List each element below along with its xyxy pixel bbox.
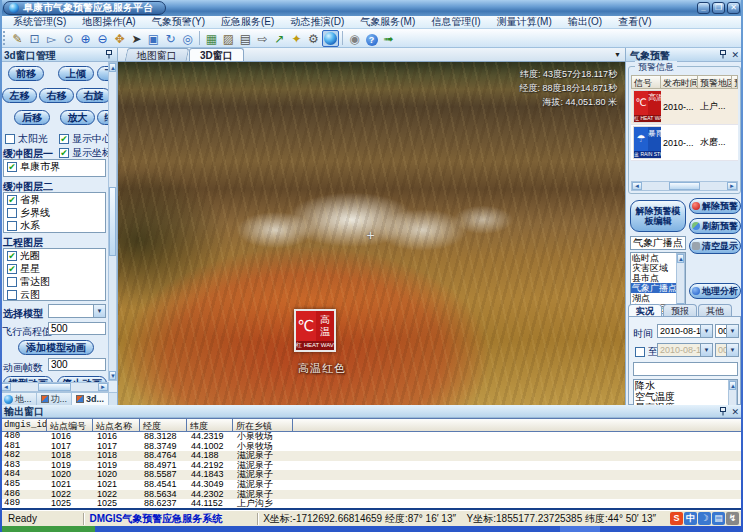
element-list-vscrollbar[interactable]: ▲ ▼ xyxy=(728,380,737,405)
table-row[interactable]: 480 1016 1016 88.3128 44.2319 小泉牧场 xyxy=(0,432,743,442)
element-list[interactable]: 降水 空气温度 最高温度 最低温度 地表温度 ▲ ▼ xyxy=(633,379,738,405)
scroll-left-arrow[interactable]: ◄ xyxy=(632,182,642,190)
left-panel-vscrollbar[interactable]: ▲ ▼ xyxy=(108,62,117,381)
warning-row-rain[interactable]: ☂暴雨 蓝 RAIN STORM 2010-... 水磨... xyxy=(631,125,738,161)
measure-icon[interactable]: ✎ xyxy=(9,30,26,47)
list-item[interactable]: ✔省界 xyxy=(4,193,105,206)
sogou-icon[interactable]: S xyxy=(670,512,683,525)
move-back-button[interactable]: 后移 xyxy=(14,110,50,125)
toolbar-grip[interactable] xyxy=(3,31,6,45)
chevron-down-icon[interactable]: ▼ xyxy=(93,305,105,317)
help-icon[interactable]: ? xyxy=(363,30,380,47)
tab-3d-window[interactable]: 3D窗口 xyxy=(189,48,244,61)
select-model-combo[interactable]: ▼ xyxy=(48,304,106,318)
column-header[interactable]: 经度 xyxy=(140,418,187,432)
frame-count-input[interactable] xyxy=(48,358,106,371)
rotate-right-button[interactable]: 右旋 xyxy=(76,88,111,103)
geo-analysis-button[interactable]: 地理分析 xyxy=(689,283,741,299)
pointer-icon[interactable]: ➤ xyxy=(128,30,145,47)
tab-functions[interactable]: 功... xyxy=(37,393,73,405)
scroll-up-arrow[interactable]: ▲ xyxy=(109,63,116,72)
zoom-in-3d-button[interactable]: 放大 xyxy=(60,110,95,125)
exit-icon[interactable]: ➟ xyxy=(380,30,397,47)
dismiss-warning-template-button[interactable]: 解除预警模板编辑 xyxy=(630,200,686,232)
identify-icon[interactable]: ◎ xyxy=(179,30,196,47)
date-combo[interactable]: 2010-08-13 ▼ xyxy=(657,324,713,338)
close-button[interactable]: ✕ xyxy=(727,2,740,14)
chevron-down-icon[interactable]: ▼ xyxy=(700,325,712,337)
export-icon[interactable]: ⇨ xyxy=(254,30,271,47)
zoom-out-icon[interactable]: ⊖ xyxy=(94,30,111,47)
pin-icon[interactable] xyxy=(719,50,727,61)
scroll-thumb[interactable] xyxy=(669,182,701,190)
sunlight-checkbox[interactable]: 太阳光 xyxy=(3,132,48,146)
column-header[interactable]: 纬度 xyxy=(187,418,233,432)
magnifier-icon[interactable]: ⊙ xyxy=(60,30,77,47)
keyboard-icon[interactable]: ▤ xyxy=(712,512,725,525)
column-header[interactable]: dmgis_id xyxy=(0,418,47,432)
list-item[interactable]: 雷达图 xyxy=(4,275,105,288)
tilt-up-button[interactable]: 上倾 xyxy=(58,66,94,81)
map-3d-viewport[interactable]: 纬度: 43度57分18.117秒 经度: 88度18分14.871秒 海拔: … xyxy=(118,62,625,405)
heat-wave-warning-marker[interactable]: ℃ 高温 红 HEAT WAVE xyxy=(294,309,336,352)
menu-measure[interactable]: 测量计算(M) xyxy=(490,15,559,29)
zoom-in-icon[interactable]: ⊕ xyxy=(77,30,94,47)
minimize-button[interactable]: _ xyxy=(697,2,710,14)
restore-button[interactable]: ❐ xyxy=(712,2,725,14)
chevron-down-icon[interactable]: ▼ xyxy=(726,325,738,337)
pin-icon[interactable] xyxy=(719,407,727,418)
table-row[interactable]: 486 1022 1022 88.5634 44.2302 滋泥泉子 xyxy=(0,490,743,500)
show-center-checkbox[interactable]: ✔显示中心 xyxy=(57,132,112,146)
tools-icon[interactable]: ↯ xyxy=(726,512,739,525)
fly-height-input[interactable] xyxy=(48,322,106,335)
table-row[interactable]: 483 1019 1019 88.4971 44.2192 滋泥泉子 xyxy=(0,461,743,471)
warning-table-hscrollbar[interactable]: ◄ ► xyxy=(631,181,738,191)
chinese-input-icon[interactable]: 中 xyxy=(684,512,697,525)
list-item[interactable]: 乡界线 xyxy=(4,206,105,219)
close-icon[interactable]: ✕ xyxy=(731,50,739,60)
table-row[interactable]: 482 1018 1018 88.4764 44.188 滋泥泉子 xyxy=(0,451,743,461)
column-header[interactable]: 站点编号 xyxy=(47,418,93,432)
list-item[interactable]: ✔阜康市界 xyxy=(4,160,105,173)
dismiss-warning-button[interactable]: 解除预警 xyxy=(689,198,741,214)
tab-3d-management[interactable]: 3d... xyxy=(72,393,109,405)
buffer-layer2-list[interactable]: ✔省界 乡界线 水系 xyxy=(3,192,106,233)
menu-system[interactable]: 系统管理(S) xyxy=(6,15,73,29)
scroll-left-arrow[interactable]: ◄ xyxy=(1,383,11,391)
eye-icon[interactable]: ◉ xyxy=(346,30,363,47)
scroll-thumb[interactable] xyxy=(109,187,116,257)
refresh-icon[interactable]: ↻ xyxy=(162,30,179,47)
fly-icon[interactable]: ↗ xyxy=(271,30,288,47)
warning-row-heat[interactable]: ℃高温 红 HEAT WAVE 2010-... 上户... xyxy=(631,89,738,125)
menu-map-ops[interactable]: 地图操作(A) xyxy=(75,15,142,29)
menu-info[interactable]: 信息管理(I) xyxy=(424,15,487,29)
buffer-layer1-list[interactable]: ✔阜康市界 xyxy=(3,159,106,177)
table-row[interactable]: 485 1021 1021 88.4541 44.3049 滋泥泉子 xyxy=(0,480,743,490)
list-item[interactable]: 云图 xyxy=(4,288,105,301)
table-row[interactable]: 489 1025 1025 88.6237 44.1152 上户沟乡 xyxy=(0,499,743,508)
column-header[interactable]: 所在乡镇 xyxy=(233,418,293,432)
tab-map-window[interactable]: 地图窗口 xyxy=(125,48,190,61)
tab-map-control[interactable]: 地... xyxy=(0,393,37,405)
hour-combo[interactable]: 00 ▼ xyxy=(715,324,739,338)
menu-output[interactable]: 输出(O) xyxy=(561,15,609,29)
close-icon[interactable]: ✕ xyxy=(731,407,739,417)
left-panel-hscrollbar[interactable]: ◄ ► xyxy=(0,382,109,392)
zoom-window-icon[interactable]: ⊡ xyxy=(26,30,43,47)
tab-overflow-icon[interactable]: ▼ xyxy=(614,51,621,58)
add-model-animation-button[interactable]: 添加模型动画 xyxy=(18,340,94,355)
refresh-warning-button[interactable]: 刷新预警 xyxy=(689,218,741,234)
point-type-combo[interactable]: 气象广播点 xyxy=(630,236,686,250)
select-features-icon[interactable]: ▻ xyxy=(43,30,60,47)
halfwidth-icon[interactable]: ☽ xyxy=(698,512,711,525)
overview-map-icon[interactable]: ▨ xyxy=(220,30,237,47)
list-item[interactable]: ✔星星 xyxy=(4,262,105,275)
scroll-right-arrow[interactable]: ► xyxy=(98,383,108,391)
move-left-button[interactable]: 左移 xyxy=(2,88,37,103)
project-layer-list[interactable]: ✔光圈 ✔星星 雷达图 云图 xyxy=(3,248,106,301)
column-header[interactable]: 站点名称 xyxy=(93,418,140,432)
list-item[interactable]: ✔光圈 xyxy=(4,249,105,262)
pin-icon[interactable] xyxy=(105,50,113,61)
move-forward-button[interactable]: 前移 xyxy=(8,66,44,81)
clear-display-button[interactable]: 清空显示 xyxy=(689,238,741,254)
